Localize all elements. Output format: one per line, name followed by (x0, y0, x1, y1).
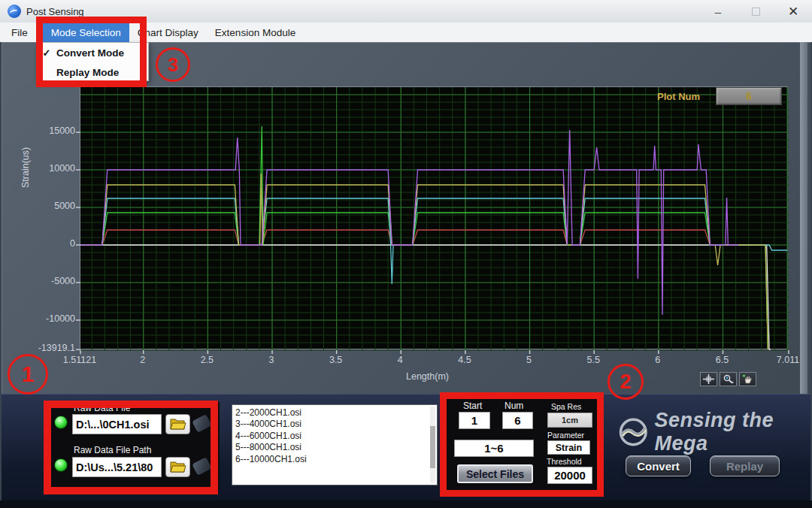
maximize-button[interactable] (737, 0, 774, 23)
threshold-label: Threshold (547, 457, 582, 466)
parameter-label: Parameter (547, 431, 584, 440)
num-label: Num (504, 401, 523, 411)
window-title: Post Sensing (26, 6, 84, 17)
window-bottom-border (0, 500, 812, 508)
crosshair-icon (703, 374, 714, 384)
plot-num-label: Plot Num (657, 91, 700, 102)
folder-icon (170, 461, 186, 473)
select-files-button[interactable]: Select Files (457, 464, 533, 483)
sensing-mega-logo-icon (618, 415, 649, 449)
folder-icon (170, 419, 186, 431)
zoom-tool-button[interactable] (720, 372, 737, 386)
file-ready-led (54, 416, 68, 429)
x-tick-label: 3.5 (329, 355, 342, 365)
scrollbar-thumb[interactable] (430, 426, 435, 468)
y-tick-label: -5000 (21, 276, 75, 286)
y-tick-label: -10000 (21, 313, 75, 324)
x-tick-label: 6 (655, 355, 660, 365)
brand-logo: Sensing the Mega (618, 409, 812, 455)
browse-file-button[interactable] (165, 414, 190, 434)
menu-item-convert-mode[interactable]: ✓Convert Mode (37, 43, 148, 62)
browse-path-button[interactable] (165, 457, 190, 477)
menu-bar: FileMode SelectionChart DisplayExtension… (0, 23, 812, 42)
y-axis-label: Strain(us) (20, 176, 31, 188)
y-tick-label: -13919.1 (21, 343, 75, 353)
brand-text: Sensing the Mega (655, 409, 812, 455)
spa-res-value[interactable]: 1cm (547, 413, 592, 428)
menu-item-replay-mode[interactable]: Replay Mode (37, 62, 148, 82)
file-list-item[interactable]: 4---6000CH1.osi (232, 431, 437, 443)
file-list-scrollbar[interactable] (430, 407, 435, 483)
num-input[interactable]: 6 (502, 412, 533, 429)
spa-res-label: Spa Res (551, 402, 581, 411)
x-tick-label: 4 (398, 355, 403, 365)
y-tick-label: 15000 (21, 125, 75, 136)
start-input[interactable]: 1 (459, 412, 490, 429)
menu-item-label: Replay Mode (56, 67, 119, 78)
pan-tool-button[interactable] (739, 372, 756, 386)
path-ready-led (54, 458, 68, 472)
parameter-value[interactable]: Strain (547, 440, 590, 455)
minimize-button[interactable]: – (699, 0, 737, 23)
magnifier-icon (723, 374, 734, 384)
chart-series-plot4-cyan (80, 198, 787, 284)
y-tick-label: 10000 (21, 163, 75, 174)
raw-data-file-input[interactable]: D:\...\0CH1.osi (72, 414, 162, 434)
threshold-input[interactable]: 20000 (547, 467, 592, 484)
x-tick-label: 3 (269, 355, 274, 365)
converted-file-list[interactable]: 1---0CH1.osi2---2000CH1.osi3---4000CH1.o… (232, 404, 438, 485)
strain-chart-plot (80, 86, 788, 349)
convert-button[interactable]: Convert (626, 455, 691, 476)
hand-icon (742, 374, 753, 384)
file-list-item[interactable]: 6---10000CH1.osi (232, 454, 437, 466)
plot-num-value[interactable]: 6 (716, 87, 782, 105)
x-tick-label: 1.51121 (63, 355, 96, 365)
x-tick-label: 5 (526, 355, 532, 365)
x-tick-label: 7.011 (777, 355, 799, 365)
app-window: Post Sensing – ✕ FileMode SelectionChart… (0, 0, 812, 508)
raw-data-file-path-input[interactable]: D:\Us...\5.21\80 (72, 457, 162, 477)
file-list-item[interactable]: 2---2000CH1.osi (232, 407, 437, 419)
x-axis-label: Length(m) (406, 371, 449, 382)
title-bar: Post Sensing – ✕ (0, 0, 812, 23)
crosshair-tool-button[interactable] (700, 372, 717, 386)
close-button[interactable]: ✕ (774, 0, 812, 23)
file-list-item[interactable]: 5---8000CH1.osi (232, 442, 437, 454)
replay-button[interactable]: Replay (710, 455, 780, 476)
app-logo-icon (8, 5, 21, 18)
menu-item-label: Convert Mode (56, 47, 124, 59)
menu-item-extension-module[interactable]: Extension Module (207, 23, 304, 42)
graph-tool-palette (700, 372, 756, 386)
y-tick-label: 5000 (21, 201, 75, 211)
menu-item-chart-display[interactable]: Chart Display (129, 23, 207, 42)
x-tick-label: 5.5 (586, 355, 599, 365)
x-tick-label: 2 (140, 355, 145, 365)
y-tick-label: 0 (21, 238, 75, 249)
raw-data-file-path-label: Raw Data File Path (74, 445, 151, 455)
x-tick-label: 6.5 (716, 355, 729, 365)
menu-item-file[interactable]: File (3, 23, 36, 42)
raw-data-file-label: Raw Data File (74, 403, 130, 413)
check-icon: ✓ (37, 47, 56, 59)
menu-item-mode-selection[interactable]: Mode Selection (43, 23, 129, 42)
x-tick-label: 2.5 (201, 355, 214, 365)
start-label: Start (463, 401, 482, 411)
file-list-item[interactable]: 3---4000CH1.osi (232, 419, 437, 431)
maximize-icon (752, 8, 760, 16)
range-input[interactable]: 1~6 (454, 440, 534, 457)
mode-selection-menu: ✓Convert ModeReplay Mode (36, 42, 149, 81)
x-tick-label: 4.5 (458, 355, 471, 365)
